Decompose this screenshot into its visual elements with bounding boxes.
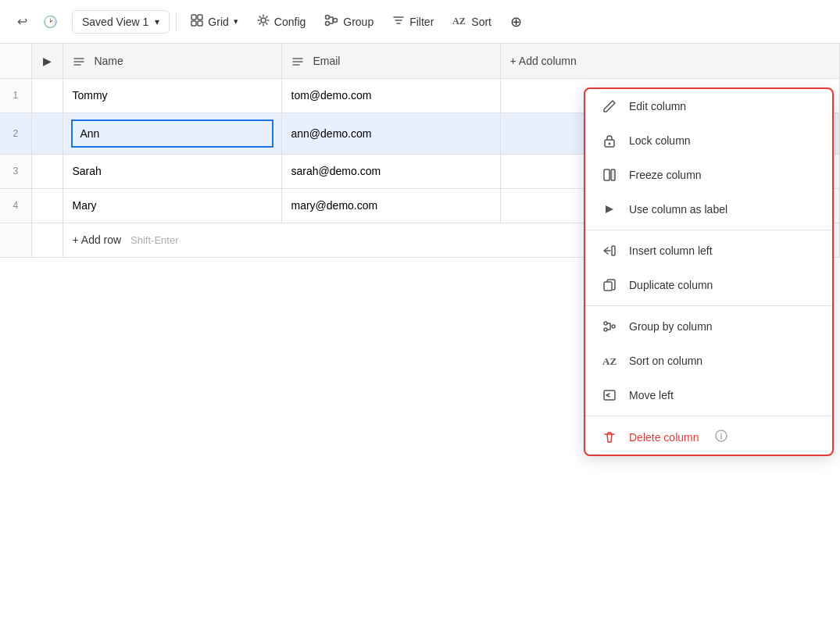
context-menu: Edit column Lock column Freeze column [584,87,834,456]
duplicate-icon [601,278,618,292]
toolbar: ↩ 🕑 Saved View 1 ▾ Grid ▾ Config [0,0,840,44]
sort-label: Sort [471,16,491,28]
row-2-email[interactable]: ann@demo.com [281,112,500,154]
svg-rect-12 [611,169,615,180]
row-num-4: 4 [0,188,31,223]
menu-item-group-by-label: Group by column [629,320,713,333]
col-header-name[interactable]: Name [63,44,281,78]
row-2-name[interactable]: Ann [63,112,281,154]
email-col-icon [291,55,310,67]
move-left-icon [601,388,618,402]
add-row-arrow [31,223,63,257]
saved-view-label: Saved View 1 [82,16,148,28]
dropdown-icon: ▾ [155,16,159,27]
menu-divider-3 [585,415,832,416]
row-num-3: 3 [0,154,31,188]
svg-point-10 [609,143,611,145]
svg-rect-14 [612,246,615,255]
arrow-right-icon [601,202,618,216]
svg-point-18 [612,325,615,328]
row-num-2: 2 [0,112,31,154]
menu-item-edit-column-label: Edit column [629,100,686,112]
freeze-icon [601,168,618,182]
menu-item-use-as-label-label: Use column as label [629,203,727,216]
menu-item-sort-on[interactable]: AZ Sort on column [585,344,832,378]
col-header-arrow[interactable]: ▶ [31,44,63,78]
menu-item-freeze-column-label: Freeze column [629,169,702,181]
svg-rect-2 [191,21,196,26]
row-3-email[interactable]: sarah@demo.com [281,154,500,188]
svg-point-4 [261,18,266,23]
grid-icon [191,14,203,29]
col-email-label: Email [313,55,340,67]
row-num-1: 1 [0,78,31,112]
sort-icon: AZ [452,14,466,29]
insert-left-icon [601,244,618,258]
row-4-arrow [31,188,63,223]
menu-item-lock-column[interactable]: Lock column [585,123,832,158]
more-options-button[interactable]: ⊕ [502,9,530,35]
history-button[interactable]: 🕑 [38,9,63,34]
history-icon: 🕑 [43,15,58,29]
menu-item-move-left-label: Move left [629,389,674,401]
add-column-button[interactable]: + Add column [500,44,840,78]
row-4-email[interactable]: mary@demo.com [281,188,500,223]
pencil-icon [601,99,618,113]
row-3-arrow [31,154,63,188]
group-label: Group [343,16,374,28]
filter-icon [392,14,405,29]
grid-view-button[interactable]: Grid ▾ [183,9,245,34]
saved-view-button[interactable]: Saved View 1 ▾ [72,10,170,34]
info-icon[interactable] [715,430,727,444]
trash-icon [601,430,618,444]
menu-item-duplicate-label: Duplicate column [629,279,713,291]
row-1-arrow [31,78,63,112]
svg-text:AZ: AZ [602,355,617,367]
svg-rect-1 [198,15,202,20]
menu-item-move-left[interactable]: Move left [585,378,832,412]
filter-button[interactable]: Filter [384,9,441,34]
col-name-label: Name [94,55,123,67]
menu-item-freeze-column[interactable]: Freeze column [585,158,832,192]
svg-rect-15 [604,282,612,291]
group-button[interactable]: Group [316,9,381,34]
menu-item-use-as-label[interactable]: Use column as label [585,192,832,226]
row-2-arrow [31,112,63,154]
menu-item-insert-left-label: Insert column left [629,244,713,257]
menu-divider-1 [585,230,832,230]
row-4-name[interactable]: Mary [63,188,281,223]
config-icon [257,14,270,29]
svg-rect-20 [604,391,615,400]
add-column-label: + Add column [510,55,577,67]
col-header-email[interactable]: Email [281,44,500,78]
grid-label: Grid [208,16,228,28]
row-1-name[interactable]: Tommy [63,78,281,112]
filter-label: Filter [409,16,434,28]
grid-container: ▶ Name [0,44,840,617]
svg-marker-13 [606,205,613,213]
add-row-label[interactable]: + Add row [73,234,122,246]
selected-cell[interactable]: Ann [71,119,273,148]
menu-item-delete-column[interactable]: Delete column [585,419,832,455]
menu-item-edit-column[interactable]: Edit column [585,89,832,123]
separator-1 [176,12,177,31]
more-icon: ⊕ [510,13,522,30]
svg-point-7 [334,19,338,23]
config-button[interactable]: Config [249,9,313,34]
grid-dropdown-icon: ▾ [234,16,238,27]
svg-rect-11 [604,169,609,180]
menu-item-lock-column-label: Lock column [629,134,691,147]
menu-item-group-by[interactable]: Group by column [585,309,832,344]
row-1-email[interactable]: tom@demo.com [281,78,500,112]
menu-item-insert-left[interactable]: Insert column left [585,234,832,268]
sort-button[interactable]: AZ Sort [445,9,499,34]
row-3-name[interactable]: Sarah [63,154,281,188]
table-header-row: ▶ Name [0,44,840,78]
row-num-header [0,44,31,78]
group-icon [324,14,338,29]
undo-button[interactable]: ↩ [9,9,34,34]
name-col-icon [73,55,91,67]
menu-item-duplicate[interactable]: Duplicate column [585,268,832,302]
add-row-num [0,223,31,257]
svg-text:AZ: AZ [452,16,466,27]
